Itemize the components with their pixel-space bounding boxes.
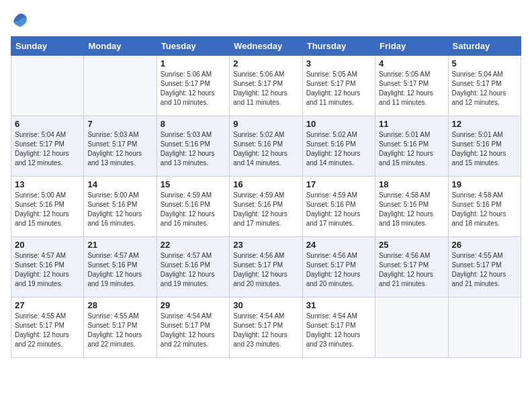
week-row-4: 20Sunrise: 4:57 AM Sunset: 5:16 PM Dayli… (11, 237, 521, 298)
day-info: Sunrise: 5:02 AM Sunset: 5:16 PM Dayligh… (306, 130, 371, 168)
calendar-cell (448, 298, 521, 358)
day-number: 20 (15, 240, 80, 250)
calendar-cell: 12Sunrise: 5:01 AM Sunset: 5:16 PM Dayli… (448, 116, 521, 177)
calendar-cell: 13Sunrise: 5:00 AM Sunset: 5:16 PM Dayli… (11, 177, 84, 237)
day-number: 23 (233, 240, 298, 250)
day-number: 4 (379, 58, 444, 68)
calendar-cell: 10Sunrise: 5:02 AM Sunset: 5:16 PM Dayli… (302, 116, 375, 177)
calendar-cell: 28Sunrise: 4:55 AM Sunset: 5:17 PM Dayli… (84, 298, 157, 358)
day-info: Sunrise: 4:58 AM Sunset: 5:16 PM Dayligh… (379, 191, 444, 228)
calendar-cell: 3Sunrise: 5:05 AM Sunset: 5:17 PM Daylig… (302, 56, 375, 116)
calendar-cell (11, 56, 84, 116)
day-number: 26 (452, 240, 517, 250)
calendar-cell: 20Sunrise: 4:57 AM Sunset: 5:16 PM Dayli… (11, 237, 84, 298)
day-number: 14 (87, 179, 152, 189)
col-header-monday: Monday (84, 37, 157, 56)
day-info: Sunrise: 4:55 AM Sunset: 5:17 PM Dayligh… (87, 312, 152, 349)
day-number: 16 (233, 179, 298, 189)
calendar-cell: 18Sunrise: 4:58 AM Sunset: 5:16 PM Dayli… (375, 177, 448, 237)
day-info: Sunrise: 4:59 AM Sunset: 5:16 PM Dayligh… (233, 191, 298, 228)
day-number: 31 (306, 300, 371, 310)
day-info: Sunrise: 4:54 AM Sunset: 5:17 PM Dayligh… (233, 312, 298, 349)
col-header-saturday: Saturday (448, 37, 521, 56)
logo (11, 11, 32, 30)
calendar-cell: 22Sunrise: 4:57 AM Sunset: 5:16 PM Dayli… (157, 237, 229, 298)
day-number: 19 (452, 179, 517, 189)
logo-icon (11, 11, 30, 30)
page-header (11, 11, 521, 30)
calendar-cell: 30Sunrise: 4:54 AM Sunset: 5:17 PM Dayli… (230, 298, 302, 358)
col-header-tuesday: Tuesday (157, 37, 229, 56)
calendar-cell: 29Sunrise: 4:54 AM Sunset: 5:17 PM Dayli… (157, 298, 229, 358)
calendar-cell: 2Sunrise: 5:06 AM Sunset: 5:17 PM Daylig… (230, 56, 302, 116)
day-number: 8 (161, 119, 226, 129)
calendar-cell: 6Sunrise: 5:04 AM Sunset: 5:17 PM Daylig… (11, 116, 84, 177)
day-number: 7 (87, 119, 152, 129)
week-row-2: 6Sunrise: 5:04 AM Sunset: 5:17 PM Daylig… (11, 116, 521, 177)
week-row-3: 13Sunrise: 5:00 AM Sunset: 5:16 PM Dayli… (11, 177, 521, 237)
calendar-cell: 14Sunrise: 5:00 AM Sunset: 5:16 PM Dayli… (84, 177, 157, 237)
col-header-wednesday: Wednesday (230, 37, 302, 56)
day-number: 22 (161, 240, 226, 250)
calendar-cell: 31Sunrise: 4:54 AM Sunset: 5:17 PM Dayli… (302, 298, 375, 358)
day-number: 28 (87, 300, 152, 310)
calendar-cell: 5Sunrise: 5:04 AM Sunset: 5:17 PM Daylig… (448, 56, 521, 116)
day-info: Sunrise: 5:02 AM Sunset: 5:16 PM Dayligh… (233, 130, 298, 168)
calendar-cell (84, 56, 157, 116)
day-number: 21 (87, 240, 152, 250)
day-number: 17 (306, 179, 371, 189)
day-info: Sunrise: 5:00 AM Sunset: 5:16 PM Dayligh… (87, 191, 152, 228)
day-info: Sunrise: 5:01 AM Sunset: 5:16 PM Dayligh… (379, 130, 444, 168)
day-info: Sunrise: 4:57 AM Sunset: 5:16 PM Dayligh… (161, 251, 226, 289)
day-number: 3 (306, 58, 371, 68)
calendar-cell: 4Sunrise: 5:05 AM Sunset: 5:17 PM Daylig… (375, 56, 448, 116)
day-number: 18 (379, 179, 444, 189)
day-number: 2 (233, 58, 298, 68)
day-number: 27 (15, 300, 80, 310)
col-header-thursday: Thursday (302, 37, 375, 56)
day-number: 5 (452, 58, 517, 68)
day-info: Sunrise: 4:58 AM Sunset: 5:16 PM Dayligh… (452, 191, 517, 228)
week-row-5: 27Sunrise: 4:55 AM Sunset: 5:17 PM Dayli… (11, 298, 521, 358)
day-info: Sunrise: 4:54 AM Sunset: 5:17 PM Dayligh… (306, 312, 371, 349)
day-number: 10 (306, 119, 371, 129)
calendar-cell: 9Sunrise: 5:02 AM Sunset: 5:16 PM Daylig… (230, 116, 302, 177)
calendar-cell: 17Sunrise: 4:59 AM Sunset: 5:16 PM Dayli… (302, 177, 375, 237)
day-info: Sunrise: 4:59 AM Sunset: 5:16 PM Dayligh… (161, 191, 226, 228)
calendar-cell: 26Sunrise: 4:55 AM Sunset: 5:17 PM Dayli… (448, 237, 521, 298)
week-row-1: 1Sunrise: 5:06 AM Sunset: 5:17 PM Daylig… (11, 56, 521, 116)
day-info: Sunrise: 5:06 AM Sunset: 5:17 PM Dayligh… (161, 70, 226, 107)
calendar-cell: 7Sunrise: 5:03 AM Sunset: 5:17 PM Daylig… (84, 116, 157, 177)
day-number: 15 (161, 179, 226, 189)
day-number: 25 (379, 240, 444, 250)
day-info: Sunrise: 5:03 AM Sunset: 5:17 PM Dayligh… (87, 130, 152, 168)
day-info: Sunrise: 4:56 AM Sunset: 5:17 PM Dayligh… (306, 251, 371, 289)
day-number: 24 (306, 240, 371, 250)
day-info: Sunrise: 4:59 AM Sunset: 5:16 PM Dayligh… (306, 191, 371, 228)
calendar-cell: 8Sunrise: 5:03 AM Sunset: 5:16 PM Daylig… (157, 116, 229, 177)
day-info: Sunrise: 5:04 AM Sunset: 5:17 PM Dayligh… (452, 70, 517, 107)
day-info: Sunrise: 5:05 AM Sunset: 5:17 PM Dayligh… (379, 70, 444, 107)
calendar-cell: 19Sunrise: 4:58 AM Sunset: 5:16 PM Dayli… (448, 177, 521, 237)
day-number: 29 (161, 300, 226, 310)
calendar-cell: 23Sunrise: 4:56 AM Sunset: 5:17 PM Dayli… (230, 237, 302, 298)
day-info: Sunrise: 5:03 AM Sunset: 5:16 PM Dayligh… (161, 130, 226, 168)
calendar-cell: 16Sunrise: 4:59 AM Sunset: 5:16 PM Dayli… (230, 177, 302, 237)
day-info: Sunrise: 4:55 AM Sunset: 5:17 PM Dayligh… (15, 312, 80, 349)
day-info: Sunrise: 4:56 AM Sunset: 5:17 PM Dayligh… (379, 251, 444, 289)
calendar-cell (375, 298, 448, 358)
col-header-sunday: Sunday (11, 37, 84, 56)
calendar-table: SundayMondayTuesdayWednesdayThursdayFrid… (11, 36, 521, 358)
calendar-cell: 25Sunrise: 4:56 AM Sunset: 5:17 PM Dayli… (375, 237, 448, 298)
day-info: Sunrise: 4:55 AM Sunset: 5:17 PM Dayligh… (452, 251, 517, 289)
day-number: 6 (15, 119, 80, 129)
calendar-cell: 11Sunrise: 5:01 AM Sunset: 5:16 PM Dayli… (375, 116, 448, 177)
day-info: Sunrise: 4:56 AM Sunset: 5:17 PM Dayligh… (233, 251, 298, 289)
day-number: 30 (233, 300, 298, 310)
day-info: Sunrise: 5:06 AM Sunset: 5:17 PM Dayligh… (233, 70, 298, 107)
calendar-header-row: SundayMondayTuesdayWednesdayThursdayFrid… (11, 37, 521, 56)
day-number: 13 (15, 179, 80, 189)
day-info: Sunrise: 5:05 AM Sunset: 5:17 PM Dayligh… (306, 70, 371, 107)
day-number: 12 (452, 119, 517, 129)
col-header-friday: Friday (375, 37, 448, 56)
